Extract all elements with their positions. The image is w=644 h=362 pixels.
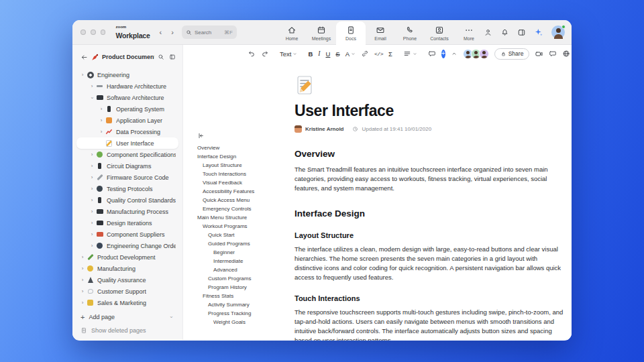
chevron-right-icon[interactable]: › xyxy=(89,243,95,249)
chevron-right-icon[interactable]: › xyxy=(89,198,95,203)
outline-item-main-menu-structure[interactable]: Main Menu Structure xyxy=(197,213,287,222)
chevron-right-icon[interactable]: › xyxy=(98,118,105,123)
doc-paragraph[interactable]: The Smart Treadmill features an intuitiv… xyxy=(294,165,566,192)
doc-paragraph[interactable]: The interface utilizes a clean, modern d… xyxy=(294,245,566,282)
sidebar-item-user-interface[interactable]: User Interface xyxy=(76,137,178,149)
outline-item-intermediate[interactable]: Intermediate xyxy=(197,257,287,265)
sidebar-item-firmware-source-code[interactable]: ›Firmware Source Code xyxy=(76,172,178,183)
outline-item-progress-tracking[interactable]: Progress Tracking xyxy=(197,309,287,318)
sidebar-search-icon[interactable] xyxy=(158,54,164,60)
chevron-right-icon[interactable]: › xyxy=(79,289,86,294)
sidebar-item-engineering[interactable]: ›Engineering xyxy=(76,69,178,80)
text-color-dropdown[interactable]: A xyxy=(345,50,356,58)
sidebar-item-hardware-architecture[interactable]: ›Hardware Architecture xyxy=(76,80,178,92)
alignment-dropdown[interactable] xyxy=(403,50,417,58)
chevron-right-icon[interactable]: › xyxy=(89,232,95,237)
text-style-dropdown[interactable]: Text xyxy=(280,50,297,58)
outline-item-guided-programs[interactable]: Guided Programs xyxy=(197,239,287,248)
chevron-right-icon[interactable]: › xyxy=(79,72,86,78)
italic-button[interactable]: I xyxy=(318,50,320,57)
sidebar-item-data-processing[interactable]: ›Data Processing xyxy=(76,126,178,137)
tab-docs[interactable]: Docs xyxy=(336,21,366,45)
chevron-right-icon[interactable]: › xyxy=(79,300,86,306)
sidebar-item-manufacturing-process[interactable]: ›Manufacturing Process xyxy=(76,206,178,217)
sidebar-item-operating-system[interactable]: ›Operating System xyxy=(76,103,178,115)
sidebar-item-component-suppliers[interactable]: ›Component Suppliers xyxy=(76,229,178,240)
traffic-light-minimize[interactable] xyxy=(91,29,96,35)
chevron-right-icon[interactable]: › xyxy=(89,84,95,89)
tab-email[interactable]: Email xyxy=(366,21,395,44)
bold-button[interactable]: B xyxy=(308,50,313,58)
strikethrough-button[interactable]: S xyxy=(335,50,339,58)
video-call-icon[interactable] xyxy=(535,50,543,58)
outline-item-interface-design[interactable]: Interface Design xyxy=(197,152,287,161)
doc-paragraph[interactable]: The responsive touchscreen supports mult… xyxy=(294,308,566,341)
ai-companion-icon[interactable] xyxy=(534,27,543,37)
sidebar-item-quality-control-standards[interactable]: ›Quality Control Standards xyxy=(76,194,178,206)
nav-forward-button[interactable]: › xyxy=(171,28,174,36)
outline-item-advanced[interactable]: Advanced xyxy=(197,265,287,274)
tab-home[interactable]: Home xyxy=(277,21,307,44)
outline-item-touch-interactions[interactable]: Touch Interactions xyxy=(197,170,287,178)
link-icon[interactable] xyxy=(361,50,369,58)
nav-back-button[interactable]: ‹ xyxy=(160,28,162,36)
sidebar-item-application-layer[interactable]: ›Application Layer xyxy=(76,115,178,126)
outline-item-custom-programs[interactable]: Custom Programs xyxy=(197,274,287,283)
panel-toggle-icon[interactable] xyxy=(517,28,526,37)
sidebar-item-sales-marketing[interactable]: ›Sales & Marketing xyxy=(76,297,178,308)
tab-more[interactable]: More xyxy=(454,21,484,44)
outline-item-weight-goals[interactable]: Weight Goals xyxy=(197,318,287,326)
global-search-input[interactable]: Search ⌘F xyxy=(182,25,237,39)
sidebar-item-manufacturing[interactable]: ›Manufacturing xyxy=(76,263,178,274)
chevron-down-icon[interactable]: › xyxy=(168,314,174,320)
chevron-right-icon[interactable]: › xyxy=(89,152,95,158)
sidebar-item-product-development[interactable]: ›Product Development xyxy=(76,251,178,263)
outline-item-fitness-stats[interactable]: Fitness Stats xyxy=(197,292,287,300)
chevron-right-icon[interactable]: › xyxy=(89,209,95,215)
collapse-toolbar-icon[interactable] xyxy=(451,50,458,57)
globe-icon[interactable] xyxy=(562,50,570,58)
outline-item-quick-access-menu[interactable]: Quick Access Menu xyxy=(197,196,287,204)
redo-icon[interactable] xyxy=(261,50,269,58)
chevron-right-icon[interactable]: › xyxy=(79,278,86,283)
tab-phone[interactable]: Phone xyxy=(395,21,425,44)
outline-item-layout-structure[interactable]: Layout Structure xyxy=(197,161,287,170)
collaborator-avatar[interactable] xyxy=(479,49,489,59)
sidebar-item-design-iterations[interactable]: ›Design Iterations xyxy=(76,217,178,229)
outline-item-emergency-controls[interactable]: Emergency Controls xyxy=(197,204,287,213)
outline-item-accessibility-features[interactable]: Accessibility Features xyxy=(197,187,287,196)
sidebar-item-testing-protocols[interactable]: ›Testing Protocols xyxy=(76,183,178,194)
chevron-right-icon[interactable]: › xyxy=(89,164,95,169)
outline-item-beginner[interactable]: Beginner xyxy=(197,248,287,257)
outline-item-workout-programs[interactable]: Workout Programs xyxy=(197,222,287,231)
sidebar-item-customer-support[interactable]: ›Customer Support xyxy=(76,286,178,297)
chat-icon[interactable] xyxy=(549,50,557,58)
undo-icon[interactable] xyxy=(248,50,256,58)
underline-button[interactable]: U xyxy=(325,50,330,58)
chevron-down-icon[interactable]: › xyxy=(89,95,95,101)
tab-meetings[interactable]: Meetings xyxy=(307,21,336,44)
comment-icon[interactable] xyxy=(428,50,436,58)
document-canvas[interactable]: User Interface Kristine Arnold Updated a… xyxy=(294,74,566,341)
outline-collapse-icon[interactable] xyxy=(197,132,287,139)
sidebar-item-component-specifications[interactable]: ›Component Specifications xyxy=(76,149,178,160)
show-deleted-pages-button[interactable]: Show deleted pages xyxy=(76,324,178,337)
chevron-right-icon[interactable]: › xyxy=(89,186,95,192)
sidebar-collapse-icon[interactable] xyxy=(169,54,176,60)
chevron-right-icon[interactable]: › xyxy=(79,255,86,260)
sidebar-item-software-architecture[interactable]: ›Software Architecture xyxy=(76,92,178,103)
notifications-bell-icon[interactable] xyxy=(500,28,509,37)
doc-title[interactable]: User Interface xyxy=(294,102,566,120)
traffic-light-close[interactable] xyxy=(80,29,86,35)
profile-icon[interactable] xyxy=(484,28,492,37)
chevron-right-icon[interactable]: › xyxy=(98,107,105,112)
sidebar-item-circuit-diagrams[interactable]: ›Circuit Diagrams xyxy=(76,160,178,172)
add-page-button[interactable]: + Add page › xyxy=(76,311,178,323)
tab-contacts[interactable]: Contacts xyxy=(425,21,454,44)
sidebar-back-icon[interactable] xyxy=(80,54,88,61)
outline-item-quick-start[interactable]: Quick Start xyxy=(197,231,287,239)
chevron-right-icon[interactable]: › xyxy=(79,266,86,272)
code-block-button[interactable]: </> xyxy=(374,51,383,57)
share-button[interactable]: Share xyxy=(494,48,530,60)
chevron-right-icon[interactable]: › xyxy=(98,129,105,135)
